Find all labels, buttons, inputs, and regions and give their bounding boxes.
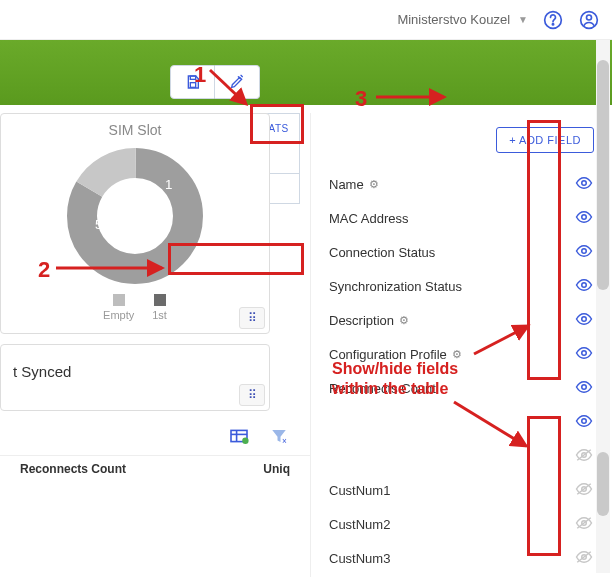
save-button[interactable] [170, 65, 215, 99]
svg-point-23 [582, 180, 587, 185]
eye-hidden-icon[interactable] [574, 482, 594, 499]
eye-hidden-icon[interactable] [574, 516, 594, 533]
col-reconnects: Reconnects Count [20, 462, 126, 476]
field-label-text: Connection Status [329, 245, 435, 260]
eye-visible-icon[interactable] [574, 176, 594, 193]
svg-rect-5 [190, 83, 195, 88]
gear-icon[interactable]: ⚙ [399, 314, 409, 327]
eye-visible-icon[interactable] [574, 312, 594, 329]
scrollbar-thumb[interactable] [597, 60, 609, 290]
eye-visible-icon[interactable] [574, 380, 594, 397]
field-label-text: Synchronization Status [329, 279, 462, 294]
drag-handle-icon[interactable]: ⠿ [239, 307, 265, 329]
header-band [0, 40, 612, 105]
field-label-text: CustNum2 [329, 517, 390, 532]
svg-point-15 [102, 183, 169, 250]
scrollbar-thumb[interactable] [597, 452, 609, 516]
edit-button[interactable] [215, 65, 260, 99]
svg-point-25 [582, 248, 587, 253]
field-label-text: Reconnects Count [329, 381, 436, 396]
eye-visible-icon[interactable] [574, 210, 594, 227]
chart-title: SIM Slot [13, 122, 257, 138]
svg-point-21 [242, 438, 248, 444]
field-row: CustNum1 [329, 473, 594, 507]
field-row: Description⚙ [329, 303, 594, 337]
svg-text:×: × [282, 437, 287, 446]
account-icon[interactable] [578, 9, 600, 31]
field-label: Description⚙ [329, 313, 409, 328]
synced-card: t Synced ⠿ [0, 344, 270, 411]
field-row [329, 439, 594, 473]
field-row: CustNum3 [329, 541, 594, 575]
org-name: Ministerstvo Kouzel [397, 12, 510, 27]
field-row: CustNum2 [329, 507, 594, 541]
org-selector[interactable]: Ministerstvo Kouzel ▼ [397, 12, 528, 27]
add-field-button[interactable]: + ADD FIELD [496, 127, 594, 153]
field-row [329, 405, 594, 439]
field-label-text: Name [329, 177, 364, 192]
field-label-text: Configuration Profile [329, 347, 447, 362]
svg-point-28 [582, 350, 587, 355]
legend-empty: Empty [103, 294, 134, 321]
col-uniq: Uniq [263, 462, 290, 476]
svg-point-30 [582, 418, 587, 423]
drag-handle-icon[interactable]: ⠿ [239, 384, 265, 406]
field-row: Configuration Profile⚙ [329, 337, 594, 371]
field-label: Connection Status [329, 245, 435, 260]
eye-visible-icon[interactable] [574, 244, 594, 261]
svg-point-1 [552, 23, 553, 24]
field-label-text: CustNum3 [329, 551, 390, 566]
eye-hidden-icon[interactable] [574, 550, 594, 567]
svg-rect-4 [190, 76, 195, 79]
field-label-text: CustNum1 [329, 483, 390, 498]
field-label: MAC Address [329, 211, 408, 226]
field-row: MAC Address [329, 201, 594, 235]
synced-label: t Synced [13, 363, 71, 380]
eye-visible-icon[interactable] [574, 414, 594, 431]
help-icon[interactable] [542, 9, 564, 31]
svg-point-3 [587, 15, 592, 20]
gear-icon[interactable]: ⚙ [452, 348, 462, 361]
field-label-text: MAC Address [329, 211, 408, 226]
legend-1st: 1st [152, 294, 167, 321]
columns-icon[interactable] [228, 425, 250, 447]
field-row: Connection Status [329, 235, 594, 269]
donut-chart: 5 1 [13, 146, 257, 286]
eye-visible-icon[interactable] [574, 346, 594, 363]
field-label: CustNum2 [329, 517, 390, 532]
field-row: Reconnects Count [329, 371, 594, 405]
field-label-text: Description [329, 313, 394, 328]
eye-visible-icon[interactable] [574, 278, 594, 295]
field-label: Configuration Profile⚙ [329, 347, 462, 362]
field-label: Reconnects Count [329, 381, 436, 396]
field-row: Synchronization Status [329, 269, 594, 303]
svg-point-27 [582, 316, 587, 321]
field-label: CustNum3 [329, 551, 390, 566]
chevron-down-icon: ▼ [518, 14, 528, 25]
gear-icon[interactable]: ⚙ [369, 178, 379, 191]
eye-hidden-icon[interactable] [574, 448, 594, 465]
svg-text:1: 1 [165, 177, 172, 192]
svg-point-26 [582, 282, 587, 287]
svg-text:5: 5 [95, 217, 102, 232]
field-label: CustNum1 [329, 483, 390, 498]
svg-point-24 [582, 214, 587, 219]
svg-point-29 [582, 384, 587, 389]
field-row: Name⚙ [329, 167, 594, 201]
field-label: Synchronization Status [329, 279, 462, 294]
filter-icon[interactable]: × [268, 425, 290, 447]
field-label: Name⚙ [329, 177, 379, 192]
